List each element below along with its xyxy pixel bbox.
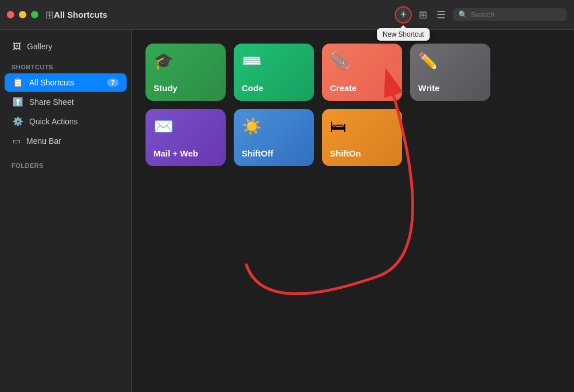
shortcut-card-write[interactable]: ✏️ Write	[410, 44, 490, 101]
search-box: 🔍	[453, 8, 567, 21]
all-shortcuts-badge: 7	[107, 79, 119, 87]
code-card-icon: ⌨️	[242, 52, 306, 70]
shortcut-card-mail-web[interactable]: ✉️ Mail + Web	[146, 109, 226, 166]
shipton-card-label: ShiftOn	[330, 148, 394, 158]
study-card-icon: 🎓	[154, 52, 218, 70]
maximize-button[interactable]	[31, 11, 38, 18]
new-shortcut-container: + New Shortcut	[395, 6, 412, 23]
all-shortcuts-icon: 📋	[13, 77, 23, 88]
shipton-card-icon: 🛏	[330, 117, 394, 136]
traffic-lights	[7, 11, 38, 18]
titlebar-actions: + New Shortcut ⊞ ☰ 🔍	[395, 6, 567, 23]
sidebar-item-gallery[interactable]: 🖼 Gallery	[5, 37, 127, 55]
share-sheet-icon: ⬆️	[13, 97, 23, 107]
grid-view-button[interactable]: ⊞	[416, 6, 430, 23]
menu-bar-icon: ▭	[13, 136, 21, 146]
shortcut-card-shipton[interactable]: 🛏 ShiftOn	[322, 109, 402, 166]
search-icon: 🔍	[458, 10, 467, 19]
new-shortcut-button[interactable]: +	[395, 6, 412, 23]
gallery-icon: 🖼	[13, 41, 21, 51]
search-input[interactable]	[471, 10, 561, 19]
sidebar-item-all-shortcuts-label: All Shortcuts	[29, 78, 74, 87]
folders-section-label: Folders	[0, 151, 131, 171]
create-card-icon: 📎	[330, 52, 394, 70]
write-card-label: Write	[418, 83, 482, 93]
sidebar-item-menu-bar[interactable]: ▭ Menu Bar	[5, 132, 127, 150]
content-area: 🎓 Study ⌨️ Code 📎 Create ✏️ Write ✉️ Mai…	[132, 30, 574, 392]
mail-web-card-label: Mail + Web	[154, 148, 218, 158]
sidebar-item-quick-actions-label: Quick Actions	[29, 117, 78, 126]
create-card-label: Create	[330, 83, 394, 93]
sidebar-toggle-icon[interactable]: ⊞	[45, 9, 54, 21]
page-title: All Shortcuts	[54, 10, 395, 19]
sidebar-item-quick-actions[interactable]: ⚙️ Quick Actions	[5, 112, 127, 131]
sidebar-item-gallery-label: Gallery	[27, 42, 52, 51]
shiftoff-card-label: ShiftOff	[242, 148, 306, 158]
mail-web-card-icon: ✉️	[154, 117, 218, 136]
write-card-icon: ✏️	[418, 52, 482, 70]
shortcut-card-study[interactable]: 🎓 Study	[146, 44, 226, 101]
new-shortcut-tooltip: New Shortcut	[377, 28, 430, 41]
shortcuts-section-label: Shortcuts	[0, 56, 131, 73]
shortcut-card-shiftoff[interactable]: ☀️ ShiftOff	[234, 109, 314, 166]
shiftoff-card-icon: ☀️	[242, 117, 306, 136]
list-view-button[interactable]: ☰	[434, 6, 448, 23]
shortcut-card-code[interactable]: ⌨️ Code	[234, 44, 314, 101]
close-button[interactable]	[7, 11, 14, 18]
sidebar-item-share-sheet-label: Share Sheet	[29, 97, 74, 107]
sidebar-item-menu-bar-label: Menu Bar	[26, 136, 61, 146]
shortcut-card-create[interactable]: 📎 Create	[322, 44, 402, 101]
quick-actions-icon: ⚙️	[13, 116, 23, 127]
study-card-label: Study	[154, 83, 218, 93]
titlebar: ⊞ All Shortcuts + New Shortcut ⊞ ☰ 🔍	[0, 0, 574, 30]
minimize-button[interactable]	[19, 11, 26, 18]
code-card-label: Code	[242, 83, 306, 93]
shortcuts-grid: 🎓 Study ⌨️ Code 📎 Create ✏️ Write ✉️ Mai…	[146, 44, 560, 166]
sidebar-item-all-shortcuts[interactable]: 📋 All Shortcuts 7	[5, 73, 127, 92]
main-layout: 🖼 Gallery Shortcuts 📋 All Shortcuts 7 ⬆️…	[0, 30, 574, 392]
sidebar-item-share-sheet[interactable]: ⬆️ Share Sheet	[5, 93, 127, 111]
sidebar: 🖼 Gallery Shortcuts 📋 All Shortcuts 7 ⬆️…	[0, 30, 132, 392]
